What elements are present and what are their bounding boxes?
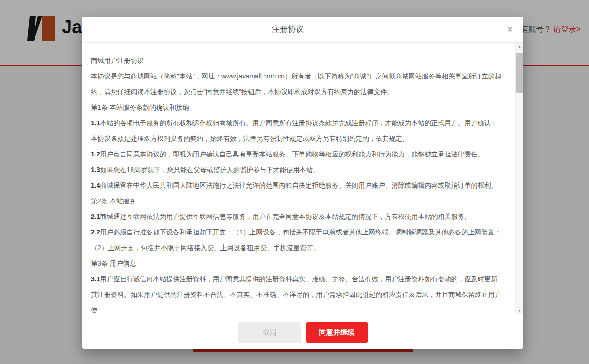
agreement-line: 3.1用户应自行诚信向本站提供注册资料，用户同意其提供的注册资料真实、准确、完整… [91, 271, 502, 314]
agreement-line: 第2条 本站服务 [91, 193, 502, 209]
agreement-line: 第3条 用户信息 [91, 256, 502, 271]
agreement-text: 商城用户注册协议本协议是您与商城网站（简称"本站"，网址：www.javamal… [82, 43, 523, 314]
agreement-line: 本协议是您与商城网站（简称"本站"，网址：www.javamall.com.cn… [91, 69, 502, 100]
scrollbar-thumb[interactable] [516, 53, 523, 93]
scroll-down-icon[interactable]: ▼ [516, 306, 523, 314]
agree-continue-button[interactable]: 同意并继续 [306, 322, 368, 343]
dialog-body: 商城用户注册协议本协议是您与商城网站（简称"本站"，网址：www.javamal… [82, 43, 523, 314]
close-icon[interactable]: × [503, 23, 517, 36]
agreement-line: 1.2用户点击同意本协议的，即视为用户确认自己具有享受本站服务、下单购物等相应的… [91, 147, 502, 162]
scroll-up-icon[interactable]: ▲ [516, 43, 523, 51]
agreement-line: 1.3如果您在18周岁以下，您只能在父母或监护人的监护参与下才能使用本站。 [91, 162, 502, 178]
cancel-button[interactable]: 取消 [238, 322, 301, 343]
registration-agreement-dialog: 注册协议 × 商城用户注册协议本协议是您与商城网站（简称"本站"，网址：www.… [82, 17, 523, 349]
dialog-header: 注册协议 × [82, 17, 523, 43]
agreement-line: 商城用户注册协议 [91, 53, 502, 69]
agreement-line: 1.1本站的各项电子服务的所有权和运作权归商城所有。用户同意所有注册协议条款并完… [91, 115, 502, 147]
dialog-footer: 取消 同意并继续 [82, 314, 523, 349]
screen: JavaMall 已有账号？ 请登录> 注册协议 × 商城用户注册协议本协议是您… [0, 0, 589, 364]
dialog-title: 注册协议 [82, 17, 493, 42]
agreement-line: 1.4商城保留在中华人民共和国大陆地区法施行之法律允许的范围内独自决定拒绝服务、… [91, 178, 502, 193]
scrollbar[interactable]: ▲ ▼ [515, 43, 523, 314]
agreement-line: 2.1商城通过互联网依法为用户提供互联网信息等服务，用户在完全同意本协议及本站规… [91, 209, 502, 225]
agreement-line: 第1条 本站服务条款的确认和接纳 [91, 100, 502, 115]
agreement-line: 2.2用户必须自行准备如下设备和承担如下开支：（1）上网设备，包括并不限于电脑或… [91, 225, 502, 256]
